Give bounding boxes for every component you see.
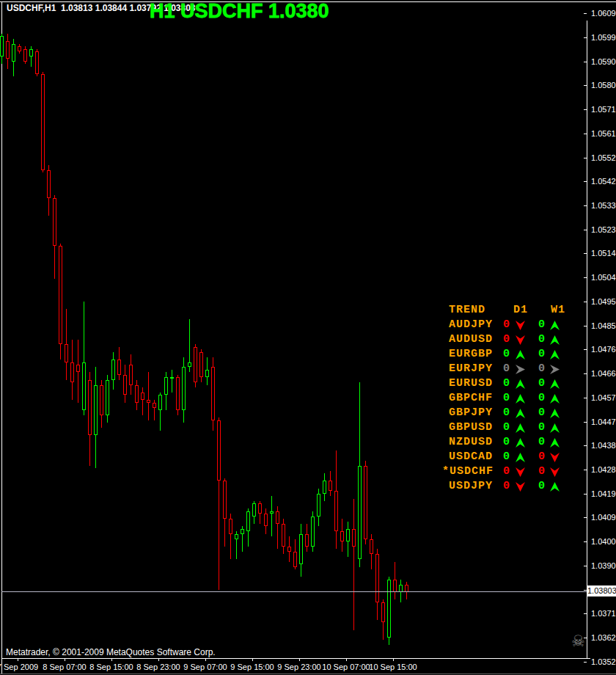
price-axis-label: 1.05235 — [591, 225, 616, 234]
price-axis-label: 1.05615 — [591, 129, 616, 138]
trend-w1-arrow-down-icon — [550, 467, 560, 477]
candle-body — [153, 403, 156, 408]
time-axis-label: 9 Sep 15:00 — [230, 663, 274, 671]
trend-d1-arrow-up-icon — [516, 409, 525, 418]
trend-row-symbol-eurjpy: EURJPY — [449, 362, 493, 375]
candle-body — [305, 534, 309, 547]
candle-wick — [172, 370, 172, 393]
trend-w1-value: 0 — [538, 436, 546, 448]
trend-d1-arrow-up-icon — [516, 394, 525, 404]
current-price-tag: 1.03803 — [587, 585, 616, 596]
candle-body — [381, 602, 385, 622]
candle-body — [158, 395, 162, 410]
trend-w1-value: 0 — [538, 392, 546, 404]
trend-w1-value: 0 — [538, 377, 546, 390]
price-axis-label: 1.05330 — [591, 201, 616, 210]
candle-body — [0, 36, 4, 56]
trend-w1-value: 0 — [538, 318, 546, 331]
candle-body — [70, 362, 74, 382]
price-tick — [584, 109, 587, 110]
candle-body — [329, 481, 332, 491]
price-axis-label: 1.04380 — [591, 441, 616, 450]
candle-body — [364, 466, 367, 539]
trend-row-symbol-gbpusd: GBPUSD — [449, 421, 493, 434]
trend-w1-value: 0 — [538, 450, 546, 463]
trend-w1-value: 0 — [538, 421, 546, 434]
trend-panel-header-d1: D1 — [513, 304, 528, 316]
trend-row-symbol-gbpchf: GBPCHF — [449, 392, 493, 404]
price-tick — [584, 205, 587, 206]
chart-watermark-title: H1 USDCHF 1.0380 — [150, 0, 329, 23]
candle-body — [170, 377, 174, 379]
price-axis-label: 1.03905 — [591, 561, 616, 570]
skull-icon: ☠ — [571, 632, 585, 650]
candle-body — [94, 385, 98, 435]
price-tick — [584, 158, 587, 158]
price-tick — [584, 253, 587, 254]
trend-w1-arrow-up-icon — [550, 394, 560, 404]
candle-body — [76, 365, 80, 372]
trend-d1-value: 0 — [503, 406, 510, 419]
price-tick — [584, 62, 587, 62]
candle-body — [370, 539, 373, 554]
trend-d1-arrow-down-icon — [516, 321, 525, 330]
candle-body — [18, 46, 21, 51]
candle-body — [106, 380, 109, 415]
candle-body — [194, 347, 197, 382]
time-tick — [111, 658, 112, 661]
trend-d1-value: 0 — [503, 348, 510, 360]
candle-body — [199, 352, 203, 377]
price-tick — [584, 373, 587, 374]
trend-d1-arrow-up-icon — [516, 453, 525, 462]
trend-d1-value: 0 — [503, 392, 510, 404]
trend-w1-arrow-up-icon — [550, 321, 560, 330]
candle-body — [35, 51, 39, 74]
trend-w1-arrow-up-icon — [550, 409, 560, 418]
price-axis-label: 1.05045 — [591, 273, 616, 282]
price-tick — [584, 590, 587, 591]
candle-body — [252, 503, 256, 517]
time-tick — [18, 658, 18, 661]
candle-body — [340, 531, 344, 541]
trend-row-symbol-eurgbp: EURGBP — [449, 348, 493, 360]
time-tick — [252, 658, 253, 661]
price-tick — [584, 349, 587, 350]
candle-body — [270, 511, 274, 514]
candle-body — [276, 511, 279, 524]
candle-body — [88, 380, 92, 435]
candle-body — [334, 491, 338, 531]
trend-d1-value: 0 — [503, 333, 510, 346]
candle-body — [352, 529, 356, 547]
time-axis-label: 9 Sep 23:00 — [277, 663, 320, 671]
candle-body — [188, 362, 191, 367]
candle-body — [299, 534, 303, 564]
trend-w1-value: 0 — [538, 480, 546, 492]
price-axis-label: 1.04760 — [591, 345, 616, 354]
candle-body — [117, 360, 121, 375]
price-axis-line — [587, 21, 587, 658]
candle-wick — [271, 496, 272, 536]
candle-body — [241, 529, 244, 534]
trend-row-symbol-nzdusd: NZDUSD — [449, 436, 493, 448]
trend-row-symbol-audusd: AUDUSD — [449, 333, 493, 346]
candle-body — [287, 547, 291, 552]
price-tick — [584, 613, 587, 614]
candle-body — [246, 511, 250, 531]
price-axis-label: 1.04285 — [591, 465, 616, 474]
time-tick — [299, 658, 300, 661]
candle-body — [346, 529, 350, 541]
candle-body — [258, 503, 262, 514]
price-axis-label: 1.04000 — [591, 537, 616, 546]
time-axis-label: 9 Sep 07:00 — [183, 663, 227, 671]
candle-body — [65, 344, 68, 362]
price-axis-label: 1.04855 — [591, 321, 616, 330]
candle-body — [111, 360, 115, 380]
candle-body — [235, 534, 238, 539]
time-axis-label: 7 Sep 2009 — [0, 663, 38, 671]
price-tick — [584, 662, 587, 663]
price-tick — [584, 181, 587, 182]
trend-row-symbol-usdchf: *USDCHF — [442, 465, 494, 478]
price-axis-label: 1.04570 — [591, 393, 616, 402]
candle-body — [205, 370, 209, 377]
candle-body — [282, 524, 285, 547]
